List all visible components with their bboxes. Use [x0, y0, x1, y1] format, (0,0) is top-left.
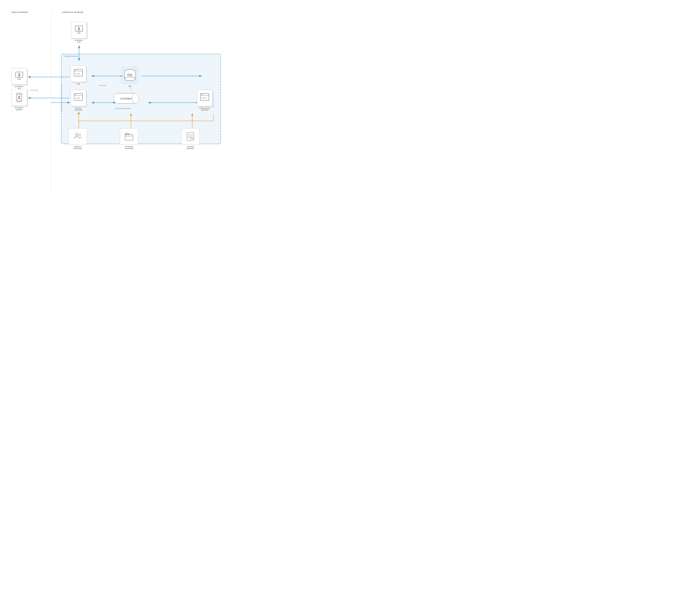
- hub-label: HUB: [76, 83, 80, 85]
- svg-point-33: [18, 96, 20, 97]
- application-servers-label: APPLICATION SERVERS: [199, 107, 210, 111]
- svg-point-54: [132, 93, 139, 104]
- portal-servers-node: </> PORTAL SERVERS: [70, 90, 86, 111]
- diagram-container: PUBLIC INTERNET CORPORATE NETWORK TURBO …: [0, 0, 342, 308]
- svg-point-32: [19, 101, 20, 102]
- svg-text:</>: </>: [202, 96, 207, 100]
- internal-pcs-label: INTERNAL PCS: [75, 40, 83, 43]
- internal-pcs-node: INTERNAL PCS: [71, 22, 87, 43]
- svg-rect-63: [125, 135, 133, 140]
- storage-provider-node: STORAGE PROVIDER: [120, 128, 138, 150]
- corporate-network-label: CORPORATE NETWORK: [62, 12, 84, 13]
- svg-point-37: [76, 70, 77, 70]
- svg-text:</>: </>: [76, 72, 80, 75]
- svg-text:</>: </>: [76, 96, 80, 100]
- svg-point-43: [124, 77, 136, 81]
- svg-rect-65: [187, 132, 194, 140]
- license-servers-label: LICENSE SERVERS: [187, 146, 194, 150]
- svg-point-58: [201, 94, 202, 95]
- svg-point-36: [75, 70, 76, 70]
- svg-point-24: [78, 27, 80, 29]
- license-servers-card: [181, 128, 200, 145]
- internal-pcs-card: [71, 22, 87, 39]
- portal-servers-label: PORTAL SERVERS: [74, 107, 82, 111]
- external-pcs-node: EXTERNAL PCS: [12, 68, 27, 90]
- svg-point-47: [75, 94, 76, 95]
- application-servers-card: </>: [197, 90, 212, 106]
- gateway-card: GATEWAY: [114, 92, 139, 105]
- application-servers-node: </> APPLICATION SERVERS: [197, 90, 212, 111]
- gateway-node: GATEWAY: [114, 92, 139, 105]
- hub-node: </> HUB: [70, 66, 86, 85]
- external-mobile-label: EXTERNAL MOBILE: [15, 107, 24, 111]
- public-internet-label: PUBLIC INTERNET: [12, 12, 28, 13]
- external-mobile-node: EXTERNAL MOBILE: [12, 89, 27, 111]
- sql-node: SQL SQL: [121, 66, 139, 87]
- svg-point-59: [202, 94, 203, 95]
- license-servers-node: LICENSE SERVERS: [181, 128, 200, 150]
- storage-provider-label: STORAGE PROVIDER: [125, 146, 133, 150]
- external-pcs-card: [12, 68, 27, 85]
- portal-servers-card: </>: [70, 90, 86, 106]
- firewall-label: FIREWALL & REVERSE PROXY: [61, 84, 63, 112]
- turbo-domain-label: TURBO DOMAIN: [64, 55, 78, 57]
- rdp-rxp-label: RDP 3389, RXP 5850: [115, 108, 130, 109]
- hub-card: </>: [70, 66, 86, 82]
- svg-point-48: [76, 94, 77, 95]
- sql-card: SQL: [121, 66, 139, 84]
- tcp-1433-label: TCP 1433: [99, 85, 106, 86]
- identity-provider-node: IDENTITY PROVIDER: [69, 128, 87, 150]
- svg-text:GATEWAY: GATEWAY: [120, 97, 132, 100]
- storage-provider-card: [120, 128, 138, 145]
- svg-point-28: [18, 73, 20, 75]
- https-443-label: HTTPS 443: [30, 89, 38, 91]
- external-pcs-label: EXTERNAL PCS: [15, 86, 24, 90]
- identity-provider-card: [69, 128, 87, 145]
- sql-label: SQL: [128, 85, 132, 87]
- svg-point-61: [75, 133, 78, 136]
- svg-point-69: [190, 137, 192, 139]
- svg-text:SQL: SQL: [127, 73, 133, 76]
- external-mobile-card: [12, 89, 27, 106]
- arrows-svg: [0, 0, 342, 308]
- identity-provider-label: IDENTITY PROVIDER: [74, 146, 82, 150]
- svg-point-62: [79, 134, 81, 136]
